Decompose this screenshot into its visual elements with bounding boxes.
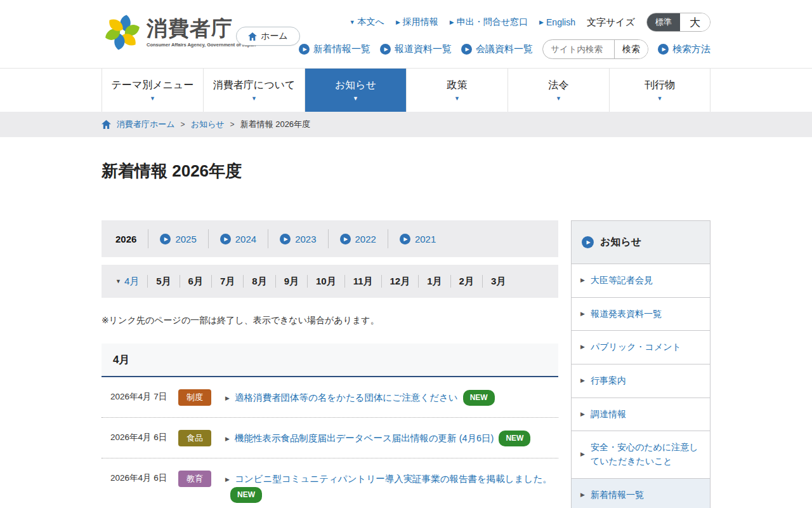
triangle-down-icon: ▼	[350, 19, 355, 25]
month-tabs: ▼ 4月 5月 6月 7月 8月 9月 10月 11月 12月 1月 2月 3月	[102, 265, 558, 298]
circle-play-icon: ▶	[280, 234, 291, 244]
breadcrumb: 消費者庁ホーム > お知らせ > 新着情報 2026年度	[102, 112, 710, 137]
divider	[208, 229, 209, 248]
nav-publications[interactable]: 刊行物▼	[609, 69, 710, 112]
divider	[268, 229, 268, 248]
month-item: 8月	[252, 276, 266, 288]
triangle-right-icon: ▶	[225, 436, 230, 442]
new-badge: NEW	[463, 390, 495, 406]
month-item: 1月	[427, 276, 442, 288]
font-size-large-button[interactable]: 大	[680, 13, 710, 31]
chevron-down-icon: ▼	[454, 96, 460, 102]
news-link[interactable]: 機能性表示食品制度届出データベース届出情報の更新 (4月6日)	[235, 433, 494, 443]
circle-play-icon: ▶	[400, 234, 410, 244]
month-item: 9月	[284, 276, 299, 288]
divider	[328, 229, 329, 248]
sidebar-item-events[interactable]: ▶ 行事案内	[572, 364, 710, 398]
breadcrumb-strip: 消費者庁ホーム > お知らせ > 新着情報 2026年度	[0, 112, 812, 137]
month-item: 6月	[188, 276, 203, 288]
triangle-right-icon: ▶	[580, 410, 585, 419]
search-input[interactable]	[543, 44, 614, 54]
triangle-right-icon: ▶	[539, 19, 544, 25]
month-link-april[interactable]: ▼ 4月	[115, 276, 139, 288]
divider	[344, 275, 345, 288]
divider	[180, 275, 180, 288]
new-badge: NEW	[230, 487, 262, 503]
skip-to-content-link[interactable]: ▼ 本文へ	[350, 17, 384, 28]
divider	[275, 275, 276, 288]
search-button[interactable]: 検索	[614, 40, 648, 58]
page-title: 新着情報 2026年度	[102, 137, 710, 182]
inquiry-link[interactable]: ▶ 申出・問合せ窓口	[450, 17, 528, 28]
circle-play-icon: ▶	[461, 44, 472, 55]
sidebar-item-press-releases[interactable]: ▶ 報道発表資料一覧	[572, 298, 710, 331]
circle-play-icon: ▶	[220, 234, 231, 244]
month-item: 10月	[316, 276, 336, 288]
category-badge: 制度	[178, 389, 211, 406]
new-badge: NEW	[499, 431, 530, 446]
triangle-down-icon: ▼	[115, 278, 121, 284]
sidebar-item-public-comment[interactable]: ▶ パブリック・コメント	[572, 331, 710, 364]
nav-theme-menu[interactable]: テーマ別メニュー▼	[102, 69, 203, 112]
month-item: 2月	[459, 276, 474, 288]
divider	[147, 275, 148, 288]
divider	[482, 275, 483, 288]
nav-about[interactable]: 消費者庁について▼	[203, 69, 304, 112]
triangle-right-icon: ▶	[580, 450, 585, 459]
nav-news[interactable]: お知らせ▼	[304, 69, 406, 112]
search-help-link[interactable]: ▶ 検索方法	[658, 43, 710, 55]
site-search: 検索	[542, 39, 648, 59]
agency-logo[interactable]: 消費者庁 Consumer Affairs Agency, Government…	[103, 13, 256, 51]
main-content: 2026 ▶2025 ▶2024 ▶2023 ▶2022 ▶2021	[102, 220, 558, 508]
breadcrumb-home-link[interactable]: 消費者庁ホーム	[117, 119, 175, 130]
divider	[418, 275, 419, 288]
sidebar-news-menu: ▶ お知らせ ▶ 大臣等記者会見 ▶ 報道発表資料一覧 ▶ パブリック・コメント…	[571, 220, 710, 508]
nav-policy[interactable]: 政策▼	[406, 69, 508, 112]
sidebar-item-safety-caution[interactable]: ▶ 安全・安心のために注意していただきたいこと	[572, 431, 710, 478]
triangle-right-icon: ▶	[225, 476, 230, 483]
year-link-2025[interactable]: ▶2025	[160, 234, 196, 244]
sidebar-title: ▶ お知らせ	[572, 221, 710, 264]
category-badge: 食品	[178, 430, 211, 446]
press-materials-link[interactable]: ▶ 報道資料一覧	[380, 43, 452, 55]
sidebar-item-procurement[interactable]: ▶ 調達情報	[572, 398, 710, 432]
news-row: 2026年4月 6日 教育 ▶コンビニ型コミュニティパントリー導入実証事業の報告…	[102, 458, 558, 508]
triangle-right-icon: ▶	[580, 343, 585, 352]
new-info-list-link[interactable]: ▶ 新着情報一覧	[299, 43, 370, 55]
sidebar-item-press-conference[interactable]: ▶ 大臣等記者会見	[572, 264, 710, 298]
triangle-right-icon: ▶	[580, 491, 585, 500]
sidebar-item-new-info-list[interactable]: ▶ 新着情報一覧	[572, 479, 710, 508]
triangle-right-icon: ▶	[225, 395, 230, 401]
nav-laws[interactable]: 法令▼	[508, 69, 609, 112]
triangle-right-icon: ▶	[580, 310, 585, 319]
quick-links: ▶ 新着情報一覧 ▶ 報道資料一覧 ▶ 会議資料一覧 検索 ▶ 検索方法	[299, 39, 710, 59]
chevron-down-icon: ▼	[657, 96, 663, 102]
utility-links: ▼ 本文へ ▶ 採用情報 ▶ 申出・問合せ窓口 ▶ English 文字サイズ …	[350, 13, 710, 32]
triangle-right-icon: ▶	[580, 276, 585, 285]
divider	[307, 275, 308, 288]
news-link[interactable]: コンビニ型コミュニティパントリー導入実証事業の報告書を掲載しました。	[235, 474, 552, 484]
month-item: 11月	[353, 276, 373, 288]
breadcrumb-separator: >	[181, 120, 185, 129]
english-link[interactable]: ▶ English	[539, 17, 575, 27]
breadcrumb-section-link[interactable]: お知らせ	[191, 119, 225, 130]
news-row: 2026年4月 6日 食品 ▶機能性表示食品制度届出データベース届出情報の更新 …	[102, 418, 558, 458]
year-link-2022[interactable]: ▶2022	[340, 234, 376, 244]
year-link-2024[interactable]: ▶2024	[220, 234, 256, 244]
divider	[381, 275, 382, 288]
home-button[interactable]: ホーム	[236, 27, 300, 46]
circle-play-icon: ▶	[380, 44, 391, 55]
divider	[148, 229, 148, 248]
meeting-materials-link[interactable]: ▶ 会議資料一覧	[461, 43, 533, 55]
news-link[interactable]: 適格消費者団体等の名をかたる団体にご注意ください	[235, 392, 458, 403]
font-size-standard-button[interactable]: 標準	[647, 13, 680, 31]
chevron-down-icon: ▼	[556, 96, 561, 102]
year-link-2023[interactable]: ▶2023	[280, 234, 316, 244]
circle-play-icon: ▶	[160, 234, 171, 244]
month-item: 12月	[390, 276, 410, 288]
year-current: 2026	[115, 234, 136, 244]
news-date: 2026年4月 6日	[110, 471, 178, 484]
recruit-link[interactable]: ▶ 採用情報	[396, 17, 438, 28]
triangle-right-icon: ▶	[580, 377, 585, 385]
year-link-2021[interactable]: ▶2021	[400, 234, 436, 244]
